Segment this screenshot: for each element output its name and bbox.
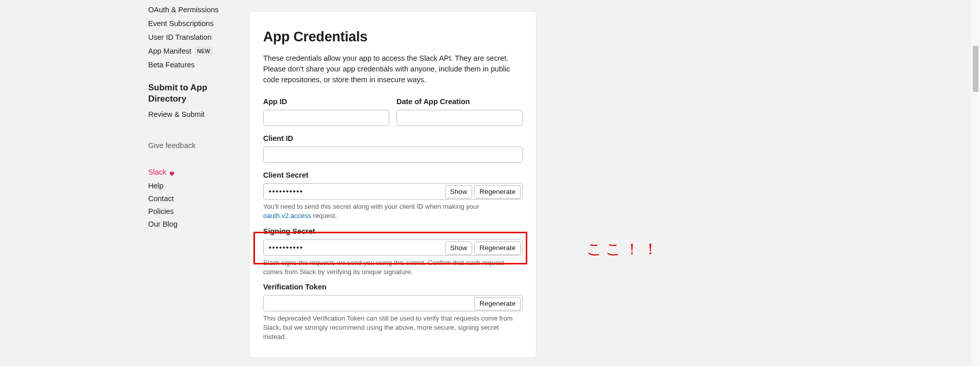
label-client-id: Client ID	[263, 133, 523, 144]
field-app-id: App ID	[263, 96, 389, 126]
heart-icon	[169, 169, 175, 176]
client-secret-input[interactable]: •••••••••• Show Regenerate	[263, 183, 523, 200]
date-created-value	[397, 110, 522, 126]
verification-token-actions: Regenerate	[473, 296, 522, 311]
label-client-secret: Client Secret	[263, 170, 523, 181]
client-secret-actions: Show Regenerate	[444, 184, 522, 199]
scrollbar-thumb[interactable]	[973, 46, 978, 92]
client-secret-value: ••••••••••	[264, 184, 444, 199]
sidebar-item-review-submit[interactable]: Review & Submit	[148, 108, 240, 121]
signing-secret-input[interactable]: •••••••••• Show Regenerate	[263, 239, 523, 256]
sidebar-item-label: Give feedback	[148, 141, 196, 150]
sidebar-section-submit: Submit to App Directory	[148, 82, 240, 105]
sidebar-item-beta-features[interactable]: Beta Features	[148, 58, 240, 72]
give-feedback-link[interactable]: Give feedback	[148, 139, 240, 153]
page-description: These credentials allow your app to acce…	[263, 53, 523, 85]
signing-secret-show-button[interactable]: Show	[445, 241, 473, 255]
new-badge: NEW	[195, 47, 213, 56]
sidebar-item-label: App Manifest	[148, 46, 192, 57]
signing-secret-actions: Show Regenerate	[444, 240, 522, 255]
slack-love-link[interactable]: Slack	[148, 167, 240, 178]
footer-policies[interactable]: Policies	[148, 205, 240, 218]
date-created-input[interactable]	[396, 110, 523, 126]
sidebar-footer: Help Contact Policies Our Blog	[148, 180, 240, 231]
sidebar-item-label: Beta Features	[148, 60, 195, 70]
field-client-secret: Client Secret •••••••••• Show Regenerate…	[263, 170, 523, 221]
field-verification-token: Verification Token Regenerate This depre…	[263, 282, 523, 342]
annotation-text: ここ！！	[587, 238, 661, 260]
client-id-input[interactable]	[263, 147, 523, 163]
client-id-value	[264, 147, 522, 162]
label-signing-secret: Signing Secret	[263, 226, 523, 237]
oauth-access-link[interactable]: oauth.v2.access	[263, 212, 311, 219]
page-title: App Credentials	[263, 27, 523, 47]
sidebar-item-label: OAuth & Permissions	[148, 5, 219, 15]
client-secret-hint: You'll need to send this secret along wi…	[263, 202, 523, 221]
app-id-value	[264, 110, 389, 126]
sidebar-item-label: Event Subscriptions	[148, 18, 214, 29]
app-credentials-panel: App Credentials These credentials allow …	[249, 11, 536, 358]
sidebar-item-oauth[interactable]: OAuth & Permissions	[148, 3, 240, 17]
label-app-id: App ID	[263, 96, 389, 107]
footer-help[interactable]: Help	[148, 180, 240, 192]
sidebar: OAuth & Permissions Event Subscriptions …	[148, 0, 240, 231]
field-client-id: Client ID	[263, 133, 523, 163]
scrollbar[interactable]	[971, 0, 980, 366]
app-id-input[interactable]	[263, 110, 389, 126]
footer-contact[interactable]: Contact	[148, 192, 240, 205]
client-secret-show-button[interactable]: Show	[445, 185, 473, 199]
verification-token-hint: This deprecated Verification Token can s…	[263, 314, 523, 342]
signing-secret-value: ••••••••••	[264, 240, 444, 255]
client-secret-regenerate-button[interactable]: Regenerate	[474, 185, 521, 199]
field-date-created: Date of App Creation	[396, 96, 523, 126]
sidebar-item-label: Review & Submit	[148, 110, 204, 118]
signing-secret-regenerate-button[interactable]: Regenerate	[474, 241, 521, 255]
field-signing-secret: Signing Secret •••••••••• Show Regenerat…	[263, 226, 523, 277]
verification-token-value	[264, 296, 473, 311]
label-verification-token: Verification Token	[263, 282, 523, 292]
footer-blog[interactable]: Our Blog	[148, 218, 240, 231]
verification-token-input[interactable]: Regenerate	[263, 295, 523, 311]
sidebar-item-app-manifest[interactable]: App Manifest NEW	[148, 44, 240, 58]
slack-love-label: Slack	[148, 167, 166, 178]
sidebar-item-event-subscriptions[interactable]: Event Subscriptions	[148, 17, 240, 31]
verification-token-regenerate-button[interactable]: Regenerate	[474, 297, 521, 310]
sidebar-item-label: User ID Translation	[148, 32, 212, 43]
label-date-created: Date of App Creation	[396, 96, 523, 107]
sidebar-item-user-id-translation[interactable]: User ID Translation	[148, 31, 240, 44]
signing-secret-hint: Slack signs the requests we send you usi…	[263, 258, 523, 277]
